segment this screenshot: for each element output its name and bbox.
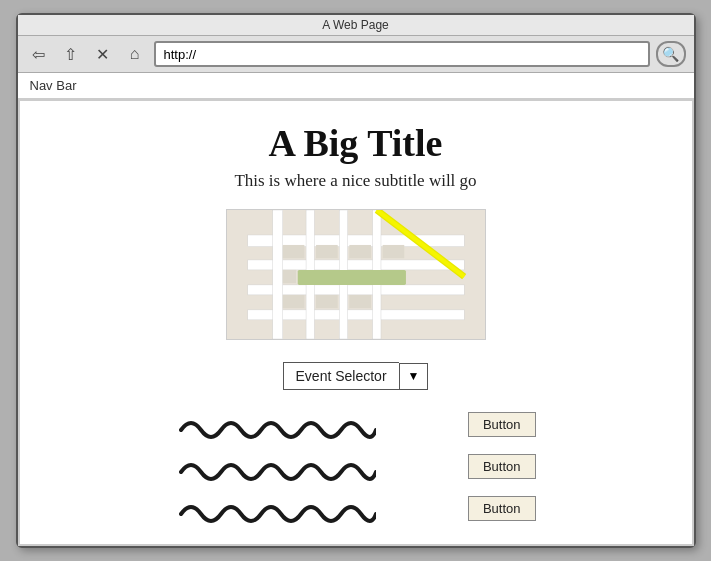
- list-item: Button: [176, 408, 536, 440]
- list-item: Button: [176, 450, 536, 482]
- address-bar[interactable]: [154, 41, 650, 67]
- page-content: A Big Title This is where a nice subtitl…: [18, 99, 694, 546]
- forward-button[interactable]: ⇧: [58, 41, 84, 67]
- title-bar: A Web Page: [18, 15, 694, 36]
- svg-rect-14: [349, 245, 371, 258]
- list-button-3[interactable]: Button: [468, 496, 536, 521]
- svg-rect-12: [282, 245, 304, 258]
- svg-rect-17: [282, 295, 304, 308]
- svg-rect-16: [382, 245, 404, 258]
- svg-rect-15: [282, 270, 295, 283]
- window-title: A Web Page: [322, 18, 389, 32]
- stop-button[interactable]: ✕: [90, 41, 116, 67]
- event-selector-label: Event Selector: [283, 362, 399, 390]
- list-item: Button: [176, 492, 536, 524]
- squiggle-1: [176, 408, 376, 440]
- page-title: A Big Title: [269, 121, 443, 165]
- svg-rect-11: [297, 270, 405, 285]
- event-selector-dropdown[interactable]: ▼: [399, 363, 429, 390]
- page-subtitle: This is where a nice subtitle will go: [234, 171, 476, 191]
- toolbar: ⇦ ⇧ ✕ ⌂ 🔍: [18, 36, 694, 73]
- list-rows: Button Button Button: [176, 408, 536, 524]
- map-image: [226, 209, 486, 340]
- map-svg: [227, 210, 485, 339]
- home-button[interactable]: ⌂: [122, 41, 148, 67]
- squiggle-2: [176, 450, 376, 482]
- svg-rect-13: [316, 245, 338, 258]
- list-button-2[interactable]: Button: [468, 454, 536, 479]
- nav-bar-label: Nav Bar: [30, 78, 77, 93]
- browser-window: A Web Page ⇦ ⇧ ✕ ⌂ 🔍 Nav Bar A Big Title…: [16, 13, 696, 548]
- search-button[interactable]: 🔍: [656, 41, 686, 67]
- squiggle-3: [176, 492, 376, 524]
- list-button-1[interactable]: Button: [468, 412, 536, 437]
- svg-rect-18: [316, 295, 338, 308]
- back-button[interactable]: ⇦: [26, 41, 52, 67]
- svg-rect-5: [272, 210, 282, 339]
- svg-rect-19: [349, 295, 371, 308]
- nav-bar: Nav Bar: [18, 73, 694, 99]
- event-selector-row: Event Selector ▼: [283, 362, 429, 390]
